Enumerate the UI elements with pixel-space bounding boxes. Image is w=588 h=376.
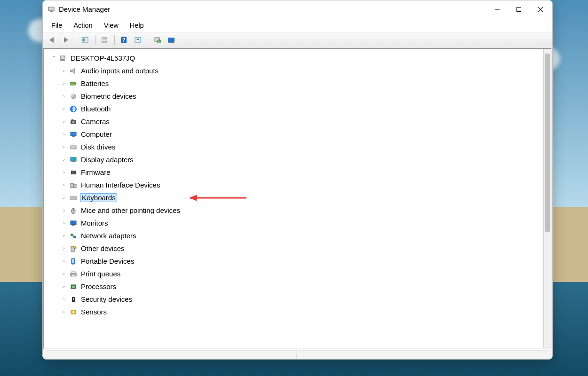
minimize-button[interactable] xyxy=(486,0,508,18)
toolbar-back[interactable] xyxy=(46,34,59,46)
expand-toggle-icon[interactable]: › xyxy=(60,143,68,151)
expand-toggle-icon[interactable]: › xyxy=(60,194,68,202)
expand-toggle-icon[interactable]: › xyxy=(60,118,68,125)
tree-category[interactable]: ›Mice and other pointing devices xyxy=(47,204,543,217)
tree-category[interactable]: ›Biometric devices xyxy=(47,90,543,102)
toolbar-separator xyxy=(114,35,115,45)
toolbar-properties[interactable] xyxy=(98,34,111,46)
menu-view[interactable]: View xyxy=(98,20,124,31)
bluetooth-icon xyxy=(69,105,78,113)
tree-category[interactable]: ›Portable Devices xyxy=(47,255,543,267)
expand-toggle-icon[interactable]: › xyxy=(60,67,68,75)
svg-point-32 xyxy=(73,96,74,97)
expand-toggle-icon[interactable]: › xyxy=(60,283,68,290)
svg-rect-65 xyxy=(72,275,75,277)
tree-category[interactable]: ›Network adapters xyxy=(47,229,543,242)
device-tree[interactable]: ˅DESKTOP-4L537JQ›Audio inputs and output… xyxy=(44,49,543,348)
maximize-button[interactable] xyxy=(508,0,530,18)
tree-category[interactable]: ›Display adapters xyxy=(47,153,543,166)
hid-icon xyxy=(69,181,78,189)
expand-toggle-icon[interactable]: › xyxy=(60,131,68,138)
expand-toggle-icon[interactable]: › xyxy=(60,207,68,214)
tree-category[interactable]: ›Print queues xyxy=(47,267,543,280)
menu-help[interactable]: Help xyxy=(124,20,150,31)
tree-category-label: Monitors xyxy=(81,219,108,227)
svg-marker-27 xyxy=(71,68,74,74)
tree-category-label: Cameras xyxy=(81,118,110,125)
tree-category-label: Other devices xyxy=(81,244,125,252)
status-cell xyxy=(299,350,551,359)
svg-text:?: ? xyxy=(122,37,126,43)
tree-category[interactable]: ›Audio inputs and outputs xyxy=(47,64,543,77)
expand-toggle-icon[interactable]: › xyxy=(60,93,68,100)
expand-toggle-icon[interactable]: › xyxy=(60,270,68,278)
svg-marker-7 xyxy=(49,37,54,43)
other-devices-icon: ? xyxy=(69,244,78,253)
titlebar[interactable]: Device Manager xyxy=(43,0,552,18)
tree-category-label: Bluetooth xyxy=(81,105,111,113)
tree-category[interactable]: ›Processors xyxy=(47,280,543,293)
tree-category-label: Biometric devices xyxy=(81,92,136,100)
tree-category[interactable]: ›Human Interface Devices xyxy=(47,179,543,191)
close-button[interactable] xyxy=(530,0,551,18)
toolbar-show-hidden[interactable] xyxy=(79,34,92,46)
app-icon xyxy=(48,6,55,13)
expand-toggle-icon[interactable]: › xyxy=(60,80,68,87)
toolbar-separator xyxy=(76,35,76,45)
expand-toggle-icon[interactable]: ˅ xyxy=(50,55,57,62)
svg-marker-8 xyxy=(64,37,68,43)
scan-hardware-icon xyxy=(167,36,176,44)
svg-rect-56 xyxy=(73,236,76,238)
svg-rect-62 xyxy=(72,259,74,263)
svg-point-40 xyxy=(75,148,76,149)
expand-toggle-icon[interactable]: › xyxy=(60,296,68,303)
vertical-scrollbar[interactable] xyxy=(543,49,551,348)
expand-toggle-icon[interactable]: › xyxy=(60,181,68,189)
network-icon xyxy=(69,232,78,240)
expand-toggle-icon[interactable]: › xyxy=(60,232,68,240)
tree-category[interactable]: ›Cameras xyxy=(47,115,543,128)
menubar: File Action View Help xyxy=(43,18,552,32)
tree-category[interactable]: ›Disk drives xyxy=(47,141,543,153)
svg-rect-23 xyxy=(168,42,174,43)
tree-category-label: Processors xyxy=(81,282,116,290)
window-title: Device Manager xyxy=(59,5,110,13)
content-area: ˅DESKTOP-4L537JQ›Audio inputs and output… xyxy=(43,48,552,349)
help-icon: ? xyxy=(120,36,128,44)
tree-category[interactable]: ›Firmware xyxy=(47,166,543,179)
toolbar-scan-hardware[interactable] xyxy=(165,34,178,46)
svg-rect-1 xyxy=(50,11,53,12)
tree-category-label: Print queues xyxy=(81,270,120,278)
tree-category[interactable]: ›Monitors xyxy=(47,217,543,229)
expand-toggle-icon[interactable]: › xyxy=(60,308,68,316)
tree-category-label: Sensors xyxy=(81,308,107,316)
menu-file[interactable]: File xyxy=(46,20,68,31)
expand-toggle-icon[interactable]: › xyxy=(60,258,68,265)
tree-category[interactable]: ›Computer xyxy=(47,128,543,141)
back-icon xyxy=(48,36,56,44)
statusbar xyxy=(43,350,552,359)
tree-category[interactable]: ›Batteries xyxy=(47,77,543,90)
tree-category[interactable]: ›Security devices xyxy=(47,293,543,306)
expand-toggle-icon[interactable]: › xyxy=(60,169,68,176)
expand-toggle-icon[interactable]: › xyxy=(60,245,68,252)
expand-toggle-icon[interactable]: › xyxy=(60,156,68,164)
tree-category[interactable]: ›?Other devices xyxy=(47,242,543,255)
menu-action[interactable]: Action xyxy=(68,20,98,31)
svg-rect-67 xyxy=(72,286,75,288)
toolbar-forward[interactable] xyxy=(60,34,73,46)
tree-category[interactable]: ›Sensors xyxy=(47,306,543,318)
toolbar-help[interactable]: ? xyxy=(118,34,131,46)
tree-category[interactable]: ›Bluetooth xyxy=(47,102,543,115)
scrollbar-thumb[interactable] xyxy=(545,54,550,232)
tree-category-label: Firmware xyxy=(81,168,111,176)
toolbar-update-driver[interactable] xyxy=(132,34,145,46)
computer-icon xyxy=(69,130,78,139)
tree-category[interactable]: ›Keyboards xyxy=(47,191,543,204)
toolbar-uninstall[interactable]: ↻ xyxy=(151,34,164,46)
expand-toggle-icon[interactable]: › xyxy=(60,219,68,227)
tree-category-label: Audio inputs and outputs xyxy=(81,67,159,75)
tree-root[interactable]: ˅DESKTOP-4L537JQ xyxy=(47,52,543,64)
svg-rect-53 xyxy=(72,225,74,226)
expand-toggle-icon[interactable]: › xyxy=(60,105,68,113)
